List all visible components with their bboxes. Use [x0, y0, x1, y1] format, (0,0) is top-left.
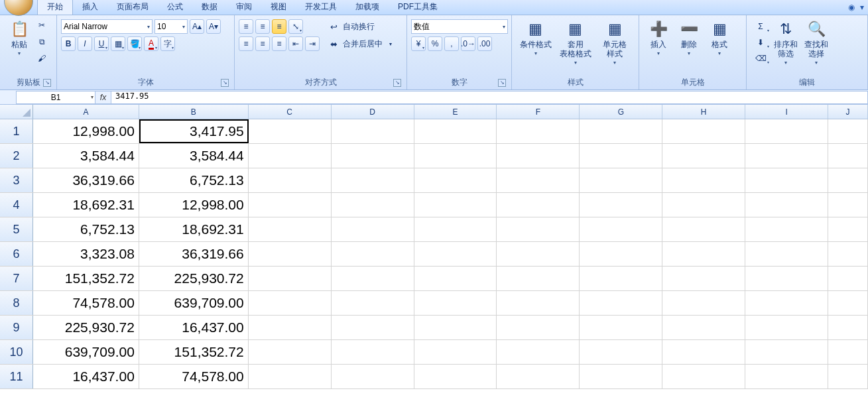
cell-H11[interactable] — [662, 365, 745, 388]
row-header[interactable]: 8 — [0, 291, 33, 315]
column-header-D[interactable]: D — [332, 105, 414, 119]
office-button[interactable] — [4, 0, 33, 16]
cell-J4[interactable] — [828, 193, 868, 217]
font-size-select[interactable]: 10▾ — [155, 19, 188, 34]
cell-C3[interactable] — [249, 168, 332, 192]
row-header[interactable]: 10 — [0, 340, 33, 364]
cell-C6[interactable] — [249, 242, 332, 266]
cell-J9[interactable] — [828, 316, 868, 339]
increase-indent-button[interactable]: ⇥ — [305, 36, 320, 51]
comma-button[interactable]: , — [444, 36, 459, 51]
format-as-table-button[interactable]: ▦ 套用 表格格式▾ — [556, 17, 595, 70]
row-header[interactable]: 6 — [0, 242, 33, 266]
column-header-B[interactable]: B — [139, 105, 249, 119]
cell-I2[interactable] — [745, 144, 828, 168]
delete-button[interactable]: ➖删除▾ — [674, 17, 704, 60]
column-header-F[interactable]: F — [497, 105, 580, 119]
cell-D8[interactable] — [332, 291, 414, 315]
cell-F8[interactable] — [497, 291, 580, 315]
cell-G5[interactable] — [580, 217, 662, 241]
tab-home[interactable]: 开始 — [37, 0, 73, 15]
cell-F4[interactable] — [497, 193, 580, 217]
cell-I10[interactable] — [745, 340, 828, 364]
cell-E1[interactable] — [414, 119, 497, 143]
cell-H10[interactable] — [662, 340, 745, 364]
help-icon[interactable]: ◉ — [848, 3, 855, 12]
tab-review[interactable]: 审阅 — [227, 0, 261, 15]
cell-H9[interactable] — [662, 316, 745, 339]
cell-D4[interactable] — [332, 193, 414, 217]
bold-button[interactable]: B — [61, 36, 76, 51]
cell-E10[interactable] — [414, 340, 497, 364]
cell-E5[interactable] — [414, 217, 497, 241]
tab-developer[interactable]: 开发工具 — [296, 0, 346, 15]
cell-J11[interactable] — [828, 365, 868, 388]
align-left-button[interactable]: ≡ — [239, 36, 253, 51]
cell-J1[interactable] — [828, 119, 868, 143]
cell-J8[interactable] — [828, 291, 868, 315]
cell-C1[interactable] — [249, 119, 332, 143]
decrease-font-button[interactable]: A▾ — [206, 19, 221, 34]
cell-A4[interactable]: 18,692.31 — [33, 193, 139, 217]
cell-E3[interactable] — [414, 168, 497, 192]
underline-button[interactable]: U▾ — [94, 36, 109, 51]
align-bottom-button[interactable]: ≡ — [272, 19, 286, 34]
clipboard-dialog-launcher[interactable]: ↘ — [43, 79, 51, 87]
column-header-I[interactable]: I — [745, 105, 828, 119]
cell-G3[interactable] — [580, 168, 662, 192]
cell-B4[interactable]: 12,998.00 — [139, 193, 249, 217]
tab-view[interactable]: 视图 — [261, 0, 296, 15]
tab-pdf-tools[interactable]: PDF工具集 — [389, 0, 447, 15]
decrease-decimal-button[interactable]: .00 — [477, 36, 492, 51]
row-header[interactable]: 4 — [0, 193, 33, 217]
cell-F2[interactable] — [497, 144, 580, 168]
cell-A7[interactable]: 151,352.72 — [33, 267, 139, 290]
cell-B11[interactable]: 74,578.00 — [139, 365, 249, 388]
row-header[interactable]: 7 — [0, 267, 33, 290]
cut-button[interactable]: ✂ — [34, 18, 49, 32]
cell-I6[interactable] — [745, 242, 828, 266]
cell-G9[interactable] — [580, 316, 662, 339]
cell-E6[interactable] — [414, 242, 497, 266]
merge-center-button[interactable]: ⬌合并后居中▾ — [324, 36, 397, 51]
cell-A11[interactable]: 16,437.00 — [33, 365, 139, 388]
cell-B7[interactable]: 225,930.72 — [139, 267, 249, 290]
row-header[interactable]: 1 — [0, 119, 33, 143]
cell-D9[interactable] — [332, 316, 414, 339]
row-header[interactable]: 2 — [0, 144, 33, 168]
autosum-button[interactable]: Σ▾ — [751, 19, 771, 34]
cell-C8[interactable] — [249, 291, 332, 315]
column-header-H[interactable]: H — [662, 105, 745, 119]
tab-insert[interactable]: 插入 — [73, 0, 107, 15]
cell-E7[interactable] — [414, 267, 497, 290]
cell-B6[interactable]: 36,319.66 — [139, 242, 249, 266]
cell-H2[interactable] — [662, 144, 745, 168]
cell-G1[interactable] — [580, 119, 662, 143]
cell-I7[interactable] — [745, 267, 828, 290]
cell-I8[interactable] — [745, 291, 828, 315]
cell-G10[interactable] — [580, 340, 662, 364]
cell-I3[interactable] — [745, 168, 828, 192]
cell-B10[interactable]: 151,352.72 — [139, 340, 249, 364]
cell-I9[interactable] — [745, 316, 828, 339]
tab-data[interactable]: 数据 — [192, 0, 227, 15]
cell-F3[interactable] — [497, 168, 580, 192]
select-all-corner[interactable] — [0, 105, 33, 119]
cell-J3[interactable] — [828, 168, 868, 192]
number-dialog-launcher[interactable]: ↘ — [498, 79, 506, 87]
sort-filter-button[interactable]: ⇅排序和 筛选▾ — [771, 17, 801, 70]
cell-B5[interactable]: 18,692.31 — [139, 217, 249, 241]
cell-G7[interactable] — [580, 267, 662, 290]
currency-button[interactable]: ¥▾ — [411, 36, 426, 51]
cell-A3[interactable]: 36,319.66 — [33, 168, 139, 192]
copy-button[interactable]: ⧉ — [34, 34, 49, 49]
cell-C5[interactable] — [249, 217, 332, 241]
italic-button[interactable]: I — [78, 36, 92, 51]
tab-page-layout[interactable]: 页面布局 — [107, 0, 158, 15]
cell-C7[interactable] — [249, 267, 332, 290]
paste-button[interactable]: 📋 粘贴 ▾ — [4, 17, 34, 60]
cell-C4[interactable] — [249, 193, 332, 217]
cell-G2[interactable] — [580, 144, 662, 168]
font-color-button[interactable]: A▾ — [144, 36, 158, 51]
cell-H7[interactable] — [662, 267, 745, 290]
